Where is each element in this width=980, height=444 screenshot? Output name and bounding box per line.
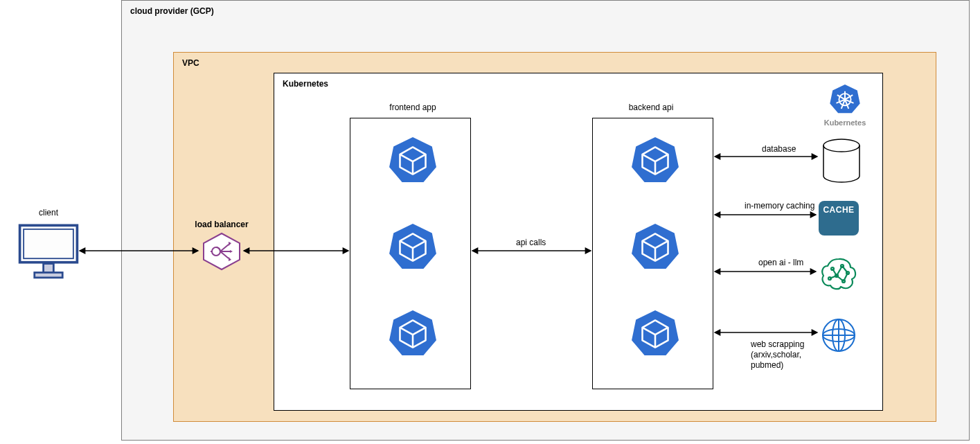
- database-icon: [821, 139, 862, 184]
- cache-badge: CACHE: [819, 201, 859, 236]
- svg-marker-22: [632, 137, 679, 182]
- svg-line-52: [844, 273, 848, 281]
- kubernetes-logo-icon: [829, 83, 861, 115]
- svg-marker-13: [389, 137, 436, 182]
- llm-node: [819, 256, 859, 294]
- backend-pod-2: [630, 222, 680, 272]
- frontend-app-label: frontend app: [371, 103, 454, 112]
- svg-line-49: [842, 266, 848, 273]
- frontend-pod-3: [388, 308, 438, 358]
- globe-icon: [821, 317, 857, 353]
- svg-marker-28: [632, 310, 679, 355]
- in-memory-arrow-label: in-memory caching: [745, 201, 814, 211]
- svg-rect-3: [35, 272, 62, 277]
- client-label: client: [14, 208, 83, 217]
- kubernetes-label: Kubernetes: [283, 79, 328, 89]
- backend-api-label: backend api: [609, 103, 693, 112]
- kubernetes-logo-label: Kubernetes: [821, 118, 869, 127]
- svg-marker-16: [389, 224, 436, 269]
- backend-pod-3: [630, 308, 680, 358]
- load-balancer-node: load balancer: [180, 220, 263, 273]
- svg-line-51: [837, 276, 844, 281]
- svg-line-47: [832, 269, 837, 276]
- svg-rect-2: [44, 264, 54, 273]
- vpc-label: VPC: [182, 58, 199, 68]
- brain-icon: [819, 256, 859, 292]
- monitor-icon: [17, 220, 80, 284]
- cloud-provider-label: cloud provider (GCP): [130, 6, 214, 16]
- globe-node: [821, 317, 857, 355]
- svg-marker-19: [389, 310, 436, 355]
- backend-pod-1: [630, 135, 680, 185]
- kubernetes-logo-block: Kubernetes: [821, 83, 869, 127]
- database-node: [821, 139, 862, 186]
- web-scrapping-arrow-label: web scrapping (arxiv,scholar, pubmed): [751, 339, 804, 371]
- load-balancer-icon: [201, 232, 242, 271]
- svg-marker-25: [632, 224, 679, 269]
- client-node: client: [14, 208, 83, 286]
- api-calls-label: api calls: [516, 238, 546, 247]
- diagram-canvas: client cloud provider (GCP) VPC Kubernet…: [0, 0, 980, 444]
- frontend-pod-1: [388, 135, 438, 185]
- database-arrow-label: database: [762, 144, 796, 154]
- open-ai-arrow-label: open ai - llm: [758, 258, 803, 267]
- svg-line-48: [837, 266, 842, 276]
- load-balancer-label: load balancer: [180, 220, 263, 229]
- frontend-pod-2: [388, 222, 438, 272]
- svg-rect-1: [24, 229, 73, 258]
- cache-badge-text: CACHE: [823, 205, 854, 215]
